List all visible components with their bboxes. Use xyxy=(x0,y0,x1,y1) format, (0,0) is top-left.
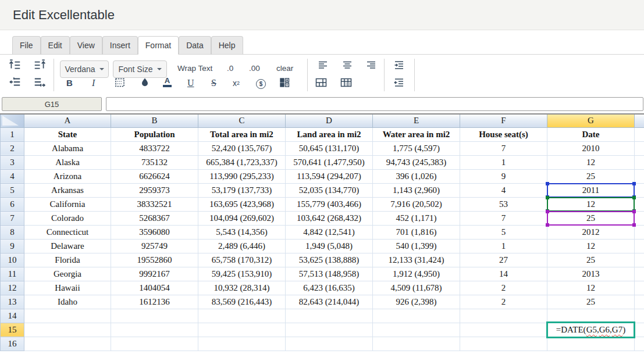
cell-F9[interactable]: 1 xyxy=(460,239,547,253)
cell-D4[interactable]: 113,594 (294,207) xyxy=(286,169,373,183)
cell-C1[interactable]: Total area in mi2 xyxy=(198,127,286,141)
cell-B1[interactable]: Population xyxy=(111,127,198,141)
cell-C12[interactable]: 10,932 (28,314) xyxy=(198,281,286,295)
cell-E14[interactable] xyxy=(373,309,460,323)
column-header-D[interactable]: D xyxy=(286,114,373,127)
column-header-A[interactable]: A xyxy=(24,114,111,127)
cell-partial-10[interactable] xyxy=(635,253,644,267)
cell-F8[interactable]: 5 xyxy=(460,225,547,239)
cell-partial-8[interactable] xyxy=(635,225,644,239)
cell-B5[interactable]: 2959373 xyxy=(111,183,198,197)
cell-E13[interactable]: 926 (2,398) xyxy=(373,295,460,309)
cell-A12[interactable]: Hawaii xyxy=(24,281,111,295)
cell-F3[interactable]: 1 xyxy=(460,155,547,169)
cell-B16[interactable] xyxy=(111,337,198,351)
cell-C15[interactable] xyxy=(198,323,286,337)
cell-D6[interactable]: 155,779 (403,466) xyxy=(286,197,373,211)
cell-A8[interactable]: Connecticut xyxy=(24,225,111,239)
cell-C3[interactable]: 665,384 (1,723,337) xyxy=(198,155,286,169)
cell-A6[interactable]: California xyxy=(24,197,111,211)
cell-D12[interactable]: 6,423 (16,635) xyxy=(286,281,373,295)
bold-button[interactable]: B xyxy=(66,78,73,88)
cell-F13[interactable]: 2 xyxy=(460,295,547,309)
merge-cells-icon[interactable] xyxy=(315,77,328,88)
cell-E10[interactable]: 12,133 (31,424) xyxy=(373,253,460,267)
cell-B13[interactable]: 1612136 xyxy=(111,295,198,309)
cell-partial-3[interactable] xyxy=(635,155,644,169)
cell-partial-13[interactable] xyxy=(635,295,644,309)
cell-F11[interactable]: 14 xyxy=(460,267,547,281)
fill-color-icon[interactable] xyxy=(139,77,151,88)
cell-F7[interactable]: 7 xyxy=(460,211,547,225)
name-box[interactable]: G15 xyxy=(2,97,102,111)
cell-F12[interactable]: 2 xyxy=(460,281,547,295)
cell-partial-6[interactable] xyxy=(635,197,644,211)
cell-C5[interactable]: 53,179 (137,733) xyxy=(198,183,286,197)
font-color-button[interactable]: A xyxy=(163,77,172,87)
indent-increase-icon[interactable] xyxy=(393,59,405,71)
cell-A14[interactable] xyxy=(24,309,111,323)
cell-G9[interactable]: 12 xyxy=(547,239,635,253)
table-format-icon[interactable] xyxy=(340,77,353,88)
row-header-11[interactable]: 11 xyxy=(1,267,24,281)
cell-partial-4[interactable] xyxy=(635,169,644,183)
cell-E7[interactable]: 452 (1,171) xyxy=(373,211,460,225)
cell-A7[interactable]: Colorado xyxy=(24,211,111,225)
cell-E3[interactable]: 94,743 (245,383) xyxy=(373,155,460,169)
cell-B10[interactable]: 19552860 xyxy=(111,253,198,267)
cell-B9[interactable]: 925749 xyxy=(111,239,198,253)
tab-insert[interactable]: Insert xyxy=(102,36,138,55)
cell-D15[interactable] xyxy=(286,323,373,337)
cell-partial-1[interactable] xyxy=(635,127,644,141)
column-header-G[interactable]: G xyxy=(547,114,635,127)
cell-A16[interactable] xyxy=(24,337,111,351)
cell-F16[interactable] xyxy=(460,337,547,351)
row-header-6[interactable]: 6 xyxy=(1,197,24,211)
cell-G12[interactable]: 12 xyxy=(547,281,635,295)
cell-G4[interactable]: 25 xyxy=(547,169,635,183)
cell-E16[interactable] xyxy=(373,337,460,351)
cell-B11[interactable]: 9992167 xyxy=(111,267,198,281)
row-header-10[interactable]: 10 xyxy=(1,253,24,267)
cell-B7[interactable]: 5268367 xyxy=(111,211,198,225)
wrap-text-button[interactable]: Wrap Text xyxy=(177,64,212,73)
format-blocks-icon[interactable] xyxy=(279,77,290,88)
cell-C10[interactable]: 65,758 (170,312) xyxy=(198,253,286,267)
cell-B4[interactable]: 6626624 xyxy=(111,169,198,183)
select-all-corner[interactable] xyxy=(1,114,24,127)
underline-button[interactable]: U xyxy=(187,78,194,88)
cell-A9[interactable]: Delaware xyxy=(24,239,111,253)
clear-formatting-button[interactable]: clear xyxy=(276,64,293,73)
cell-D1[interactable]: Land area in mi2 xyxy=(286,127,373,141)
cell-E9[interactable]: 540 (1,399) xyxy=(373,239,460,253)
align-right-icon[interactable] xyxy=(365,59,377,71)
cell-partial-15[interactable] xyxy=(635,323,644,337)
cell-C11[interactable]: 59,425 (153,910) xyxy=(198,267,286,281)
formula-cell-editor[interactable]: =DATE(G5, G6, G7) xyxy=(546,321,635,338)
cell-partial-2[interactable] xyxy=(635,141,644,155)
row-header-13[interactable]: 13 xyxy=(1,295,24,309)
font-family-dropdown[interactable]: Verdana xyxy=(60,60,109,78)
cell-F1[interactable]: House seat(s) xyxy=(460,127,547,141)
cell-E4[interactable]: 396 (1,026) xyxy=(373,169,460,183)
cell-C4[interactable]: 113,990 (295,233) xyxy=(198,169,286,183)
row-header-5[interactable]: 5 xyxy=(1,183,24,197)
cell-A11[interactable]: Georgia xyxy=(24,267,111,281)
cell-C13[interactable]: 83,569 (216,443) xyxy=(198,295,286,309)
cell-A15[interactable] xyxy=(24,323,111,337)
row-header-8[interactable]: 8 xyxy=(1,225,24,239)
tab-help[interactable]: Help xyxy=(211,36,243,55)
cell-C16[interactable] xyxy=(198,337,286,351)
cell-F14[interactable] xyxy=(460,309,547,323)
cell-E8[interactable]: 701 (1,816) xyxy=(373,225,460,239)
cell-B8[interactable]: 3596080 xyxy=(111,225,198,239)
cell-C14[interactable] xyxy=(198,309,286,323)
cell-F6[interactable]: 53 xyxy=(460,197,547,211)
insert-row-above-icon[interactable] xyxy=(9,58,22,71)
cell-D8[interactable]: 4,842 (12,541) xyxy=(286,225,373,239)
borders-icon[interactable] xyxy=(114,77,126,88)
tab-edit[interactable]: Edit xyxy=(41,36,70,55)
cell-C7[interactable]: 104,094 (269,602) xyxy=(198,211,286,225)
cell-B6[interactable]: 38332521 xyxy=(111,197,198,211)
cell-D14[interactable] xyxy=(286,309,373,323)
